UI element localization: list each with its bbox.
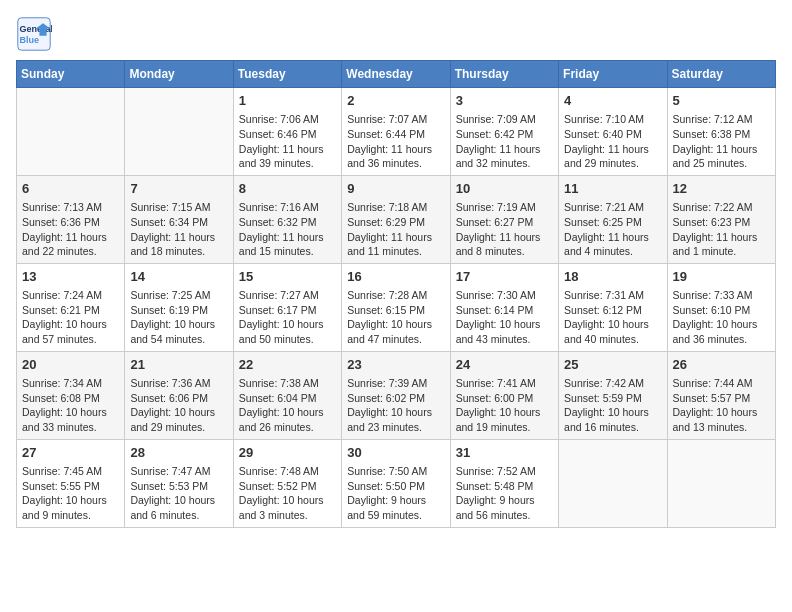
calendar-cell: 6Sunrise: 7:13 AMSunset: 6:36 PMDaylight… [17,175,125,263]
day-number: 16 [347,268,444,286]
day-info: Sunrise: 7:38 AM [239,376,336,391]
day-info: Daylight: 11 hours and 29 minutes. [564,142,661,171]
day-info: Sunset: 6:06 PM [130,391,227,406]
day-info: Daylight: 10 hours and 3 minutes. [239,493,336,522]
calendar-cell: 13Sunrise: 7:24 AMSunset: 6:21 PMDayligh… [17,263,125,351]
calendar-cell: 30Sunrise: 7:50 AMSunset: 5:50 PMDayligh… [342,439,450,527]
day-info: Sunset: 5:48 PM [456,479,553,494]
day-number: 7 [130,180,227,198]
calendar-cell: 3Sunrise: 7:09 AMSunset: 6:42 PMDaylight… [450,88,558,176]
day-info: Daylight: 11 hours and 36 minutes. [347,142,444,171]
day-number: 28 [130,444,227,462]
day-info: Daylight: 11 hours and 22 minutes. [22,230,119,259]
day-info: Daylight: 11 hours and 4 minutes. [564,230,661,259]
day-info: Daylight: 10 hours and 6 minutes. [130,493,227,522]
day-info: Daylight: 11 hours and 39 minutes. [239,142,336,171]
day-number: 23 [347,356,444,374]
calendar-cell: 28Sunrise: 7:47 AMSunset: 5:53 PMDayligh… [125,439,233,527]
day-info: Sunrise: 7:18 AM [347,200,444,215]
day-info: Daylight: 10 hours and 40 minutes. [564,317,661,346]
day-info: Sunrise: 7:09 AM [456,112,553,127]
day-number: 21 [130,356,227,374]
calendar-cell [559,439,667,527]
day-info: Sunrise: 7:52 AM [456,464,553,479]
day-info: Sunrise: 7:50 AM [347,464,444,479]
day-info: Sunset: 6:12 PM [564,303,661,318]
day-info: Daylight: 10 hours and 57 minutes. [22,317,119,346]
day-info: Sunset: 5:59 PM [564,391,661,406]
day-info: Sunset: 6:42 PM [456,127,553,142]
day-number: 17 [456,268,553,286]
day-info: Sunset: 5:55 PM [22,479,119,494]
day-number: 3 [456,92,553,110]
day-info: Sunset: 6:04 PM [239,391,336,406]
svg-text:Blue: Blue [20,35,40,45]
calendar-cell: 2Sunrise: 7:07 AMSunset: 6:44 PMDaylight… [342,88,450,176]
weekday-friday: Friday [559,61,667,88]
day-info: Daylight: 10 hours and 54 minutes. [130,317,227,346]
day-info: Sunrise: 7:42 AM [564,376,661,391]
day-info: Sunrise: 7:48 AM [239,464,336,479]
calendar-cell: 18Sunrise: 7:31 AMSunset: 6:12 PMDayligh… [559,263,667,351]
weekday-saturday: Saturday [667,61,775,88]
day-number: 5 [673,92,770,110]
day-info: Sunrise: 7:12 AM [673,112,770,127]
day-info: Sunrise: 7:21 AM [564,200,661,215]
day-info: Daylight: 11 hours and 8 minutes. [456,230,553,259]
calendar-cell: 23Sunrise: 7:39 AMSunset: 6:02 PMDayligh… [342,351,450,439]
day-number: 13 [22,268,119,286]
day-number: 24 [456,356,553,374]
calendar-cell: 29Sunrise: 7:48 AMSunset: 5:52 PMDayligh… [233,439,341,527]
weekday-monday: Monday [125,61,233,88]
calendar-cell: 26Sunrise: 7:44 AMSunset: 5:57 PMDayligh… [667,351,775,439]
day-number: 2 [347,92,444,110]
day-info: Sunset: 6:44 PM [347,127,444,142]
day-info: Sunset: 6:15 PM [347,303,444,318]
day-info: Daylight: 10 hours and 23 minutes. [347,405,444,434]
day-number: 12 [673,180,770,198]
calendar-cell: 16Sunrise: 7:28 AMSunset: 6:15 PMDayligh… [342,263,450,351]
day-info: Sunset: 6:21 PM [22,303,119,318]
day-info: Sunset: 6:25 PM [564,215,661,230]
day-info: Sunset: 6:19 PM [130,303,227,318]
day-info: Sunset: 6:00 PM [456,391,553,406]
day-info: Sunrise: 7:34 AM [22,376,119,391]
day-info: Daylight: 9 hours and 56 minutes. [456,493,553,522]
calendar-cell: 21Sunrise: 7:36 AMSunset: 6:06 PMDayligh… [125,351,233,439]
day-info: Sunrise: 7:06 AM [239,112,336,127]
day-number: 8 [239,180,336,198]
day-info: Sunset: 6:32 PM [239,215,336,230]
day-number: 11 [564,180,661,198]
svg-text:General: General [20,24,52,34]
calendar-cell [125,88,233,176]
day-info: Daylight: 10 hours and 36 minutes. [673,317,770,346]
calendar-cell: 22Sunrise: 7:38 AMSunset: 6:04 PMDayligh… [233,351,341,439]
weekday-sunday: Sunday [17,61,125,88]
day-info: Sunrise: 7:24 AM [22,288,119,303]
day-number: 4 [564,92,661,110]
day-info: Sunset: 6:02 PM [347,391,444,406]
calendar-cell: 15Sunrise: 7:27 AMSunset: 6:17 PMDayligh… [233,263,341,351]
day-info: Sunset: 5:53 PM [130,479,227,494]
day-info: Sunset: 6:17 PM [239,303,336,318]
day-number: 9 [347,180,444,198]
calendar-cell: 20Sunrise: 7:34 AMSunset: 6:08 PMDayligh… [17,351,125,439]
day-info: Sunset: 6:27 PM [456,215,553,230]
day-info: Sunrise: 7:15 AM [130,200,227,215]
calendar-cell: 5Sunrise: 7:12 AMSunset: 6:38 PMDaylight… [667,88,775,176]
calendar-cell: 12Sunrise: 7:22 AMSunset: 6:23 PMDayligh… [667,175,775,263]
day-info: Sunrise: 7:10 AM [564,112,661,127]
calendar-week-3: 13Sunrise: 7:24 AMSunset: 6:21 PMDayligh… [17,263,776,351]
day-info: Sunset: 6:46 PM [239,127,336,142]
calendar-cell [17,88,125,176]
day-number: 20 [22,356,119,374]
calendar-cell: 1Sunrise: 7:06 AMSunset: 6:46 PMDaylight… [233,88,341,176]
day-number: 10 [456,180,553,198]
day-info: Sunrise: 7:28 AM [347,288,444,303]
calendar-cell: 10Sunrise: 7:19 AMSunset: 6:27 PMDayligh… [450,175,558,263]
calendar-cell: 24Sunrise: 7:41 AMSunset: 6:00 PMDayligh… [450,351,558,439]
day-info: Daylight: 10 hours and 43 minutes. [456,317,553,346]
day-info: Daylight: 10 hours and 47 minutes. [347,317,444,346]
day-info: Sunrise: 7:19 AM [456,200,553,215]
day-number: 29 [239,444,336,462]
